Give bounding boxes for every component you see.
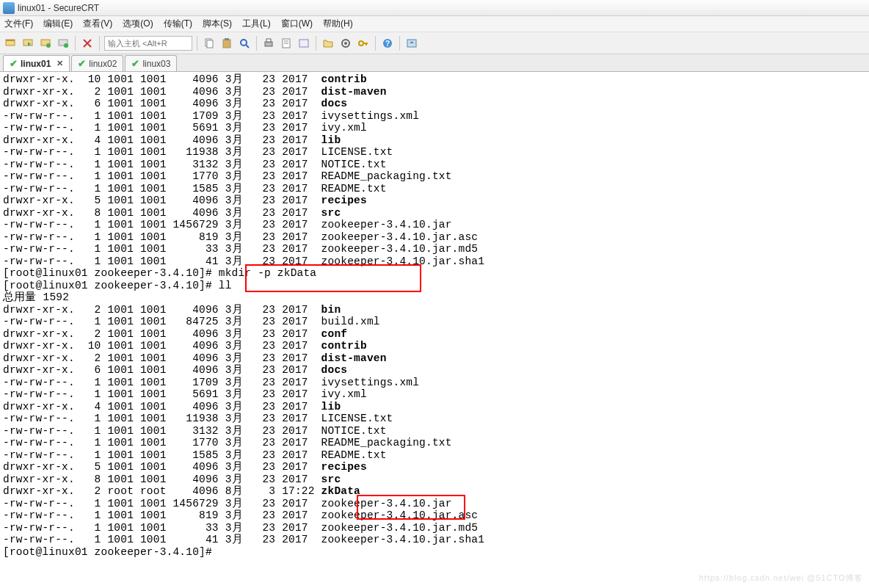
session-icon[interactable]: [297, 36, 311, 51]
menu-file[interactable]: 文件(F): [4, 18, 33, 30]
file-row: drwxr-xr-x. 6 1001 1001 4096 3月 23 2017 …: [3, 364, 347, 376]
file-row: -rw-rw-r--. 1 1001 1001 1456729 3月 23 20…: [3, 498, 452, 509]
settings-icon[interactable]: [338, 36, 353, 51]
file-row: -rw-rw-r--. 1 1001 1001 1770 3月 23 2017 …: [3, 170, 452, 182]
file-row: -rw-rw-r--. 1 1001 1001 5691 3月 23 2017 …: [3, 388, 367, 400]
svg-point-11: [241, 40, 247, 46]
host-input[interactable]: [104, 36, 192, 51]
file-row: -rw-rw-r--. 1 1001 1001 1585 3月 23 2017 …: [3, 183, 387, 195]
svg-rect-18: [299, 40, 308, 47]
menubar: 文件(F) 编辑(E) 查看(V) 选项(O) 传输(T) 脚本(S) 工具(L…: [0, 16, 869, 32]
window-title: linux01 - SecureCRT: [18, 3, 99, 13]
svg-point-20: [344, 42, 347, 45]
close-icon[interactable]: ✕: [57, 59, 63, 68]
print-icon[interactable]: [261, 36, 276, 51]
command: ll: [219, 280, 232, 291]
checkmark-icon: ✔: [10, 58, 18, 69]
file-row: -rw-rw-r--. 1 1001 1001 11938 3月 23 2017…: [3, 146, 393, 158]
tab-linux02[interactable]: ✔ linux02: [71, 55, 123, 71]
tab-label: linux02: [89, 59, 117, 69]
checkmark-icon: ✔: [78, 58, 86, 69]
svg-point-4: [46, 43, 51, 48]
connect-icon[interactable]: [3, 36, 18, 51]
toolbar-sep: [316, 36, 316, 51]
file-row: -rw-rw-r--. 1 1001 1001 5691 3月 23 2017 …: [3, 122, 367, 134]
file-row: -rw-rw-r--. 1 1001 1001 11938 3月 23 2017…: [3, 413, 393, 424]
svg-rect-13: [265, 42, 272, 46]
file-row: -rw-rw-r--. 1 1001 1001 84725 3月 23 2017…: [3, 316, 380, 327]
menu-edit[interactable]: 编辑(E): [43, 18, 73, 30]
svg-point-6: [64, 43, 68, 48]
file-row: drwxr-xr-x. 5 1001 1001 4096 3月 23 2017 …: [3, 195, 367, 206]
file-row: drwxr-xr-x. 8 1001 1001 4096 3月 23 2017 …: [3, 473, 341, 485]
file-row: drwxr-xr-x. 4 1001 1001 4096 3月 23 2017 …: [3, 401, 341, 413]
menu-script[interactable]: 脚本(S): [203, 18, 232, 30]
file-row: drwxr-xr-x. 6 1001 1001 4096 3月 23 2017 …: [3, 98, 347, 109]
svg-rect-14: [266, 39, 271, 42]
folder-icon[interactable]: [321, 36, 335, 51]
reconnect-icon[interactable]: [38, 36, 53, 51]
help-icon[interactable]: ?: [380, 36, 395, 51]
svg-point-21: [359, 41, 363, 46]
file-row: drwxr-xr-x. 8 1001 1001 4096 3月 23 2017 …: [3, 207, 341, 219]
delete-icon[interactable]: [80, 36, 95, 51]
watermark: https://blog.csdn.net/wei @51CTO博客: [699, 573, 864, 584]
copy-icon[interactable]: [202, 36, 217, 51]
file-row: -rw-rw-r--. 1 1001 1001 819 3月 23 2017 z…: [3, 509, 478, 521]
menu-help[interactable]: 帮助(H): [323, 18, 353, 30]
file-row: -rw-rw-r--. 1 1001 1001 41 3月 23 2017 zo…: [3, 534, 484, 545]
svg-line-12: [246, 45, 249, 48]
menu-tools[interactable]: 工具(L): [242, 18, 271, 30]
file-row: -rw-rw-r--. 1 1001 1001 3132 3月 23 2017 …: [3, 425, 387, 437]
menu-view[interactable]: 查看(V): [83, 18, 112, 30]
app-icon: [3, 2, 15, 14]
prompt: [root@linux01 zookeeper-3.4.10]#: [3, 280, 219, 291]
tab-label: linux03: [142, 59, 170, 69]
paste-icon[interactable]: [219, 36, 234, 51]
file-row: drwxr-xr-x. 2 1001 1001 4096 3月 23 2017 …: [3, 352, 387, 364]
terminal[interactable]: drwxr-xr-x. 10 1001 1001 4096 3月 23 2017…: [0, 72, 869, 559]
file-row: -rw-rw-r--. 1 1001 1001 819 3月 23 2017 z…: [3, 231, 478, 243]
quick-connect-icon[interactable]: [21, 36, 35, 51]
toolbar: ?: [0, 32, 869, 54]
file-row: drwxr-xr-x. 4 1001 1001 4096 3月 23 2017 …: [3, 134, 341, 146]
disconnect-icon[interactable]: [56, 36, 70, 51]
menu-transfer[interactable]: 传输(T): [164, 18, 192, 30]
menu-options[interactable]: 选项(O): [123, 18, 153, 30]
file-row: -rw-rw-r--. 1 1001 1001 1709 3月 23 2017 …: [3, 377, 419, 388]
file-row: -rw-rw-r--. 1 1001 1001 33 3月 23 2017 zo…: [3, 243, 478, 255]
svg-rect-9: [223, 40, 230, 48]
file-row: drwxr-xr-x. 2 1001 1001 4096 3月 23 2017 …: [3, 328, 347, 340]
total-line: 总用量 1592: [3, 291, 69, 303]
toolbar-sep: [399, 36, 400, 51]
toolbar-sep: [197, 36, 197, 51]
file-row: -rw-rw-r--. 1 1001 1001 3132 3月 23 2017 …: [3, 159, 387, 170]
file-row: -rw-rw-r--. 1 1001 1001 33 3月 23 2017 zo…: [3, 522, 478, 534]
find-icon[interactable]: [237, 36, 252, 51]
tab-label: linux01: [21, 59, 51, 69]
menu-window[interactable]: 窗口(W): [281, 18, 313, 30]
svg-rect-8: [207, 40, 213, 48]
file-row: -rw-rw-r--. 1 1001 1001 1585 3月 23 2017 …: [3, 449, 387, 461]
prompt: [root@linux01 zookeeper-3.4.10]#: [3, 267, 219, 279]
log-icon[interactable]: [279, 36, 294, 51]
file-row: -rw-rw-r--. 1 1001 1001 1770 3月 23 2017 …: [3, 437, 452, 449]
file-row: drwxr-xr-x. 5 1001 1001 4096 3月 23 2017 …: [3, 461, 367, 473]
svg-text:?: ?: [385, 40, 390, 48]
toolbar-sep: [375, 36, 376, 51]
toolbar-sep: [99, 36, 100, 51]
file-row: drwxr-xr-x. 10 1001 1001 4096 3月 23 2017…: [3, 340, 367, 352]
key-icon[interactable]: [356, 36, 371, 51]
toolbar-sep: [75, 36, 76, 51]
prompt: [root@linux01 zookeeper-3.4.10]#: [3, 546, 219, 558]
tab-linux03[interactable]: ✔ linux03: [125, 55, 177, 71]
sftp-icon[interactable]: [404, 36, 419, 51]
tabbar: ✔ linux01 ✕ ✔ linux02 ✔ linux03: [0, 54, 869, 72]
tab-linux01[interactable]: ✔ linux01 ✕: [3, 55, 70, 71]
svg-rect-10: [225, 38, 229, 40]
svg-rect-1: [6, 40, 15, 41]
file-row: drwxr-xr-x. 2 1001 1001 4096 3月 23 2017 …: [3, 86, 387, 98]
file-row: drwxr-xr-x. 2 root root 4096 8月 3 17:22 …: [3, 485, 360, 497]
file-row: drwxr-xr-x. 10 1001 1001 4096 3月 23 2017…: [3, 73, 367, 85]
file-row: drwxr-xr-x. 2 1001 1001 4096 3月 23 2017 …: [3, 304, 341, 316]
